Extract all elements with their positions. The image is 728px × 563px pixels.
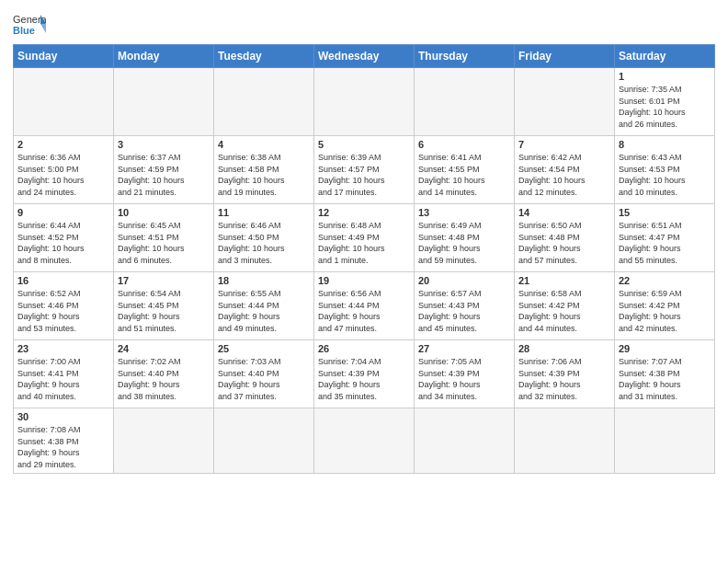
day-number: 24 xyxy=(118,343,210,354)
day-info: Sunrise: 6:54 AM Sunset: 4:45 PM Dayligh… xyxy=(118,288,210,334)
day-number: 11 xyxy=(218,207,310,218)
calendar-cell: 25Sunrise: 7:03 AM Sunset: 4:40 PM Dayli… xyxy=(214,340,314,408)
calendar-cell xyxy=(415,68,515,136)
week-row-3: 9Sunrise: 6:44 AM Sunset: 4:52 PM Daylig… xyxy=(14,204,715,272)
calendar-cell: 30Sunrise: 7:08 AM Sunset: 4:38 PM Dayli… xyxy=(14,408,114,474)
calendar-cell: 13Sunrise: 6:49 AM Sunset: 4:48 PM Dayli… xyxy=(415,204,515,272)
calendar-cell: 24Sunrise: 7:02 AM Sunset: 4:40 PM Dayli… xyxy=(114,340,214,408)
page-header: General Blue xyxy=(13,11,715,39)
calendar-cell xyxy=(114,408,214,474)
calendar-cell: 9Sunrise: 6:44 AM Sunset: 4:52 PM Daylig… xyxy=(14,204,114,272)
day-number: 18 xyxy=(218,275,310,286)
day-info: Sunrise: 6:36 AM Sunset: 5:00 PM Dayligh… xyxy=(17,152,109,198)
calendar-header-monday: Monday xyxy=(114,45,214,68)
calendar-cell: 2Sunrise: 6:36 AM Sunset: 5:00 PM Daylig… xyxy=(14,136,114,204)
day-number: 9 xyxy=(17,207,109,218)
day-info: Sunrise: 6:42 AM Sunset: 4:54 PM Dayligh… xyxy=(518,152,610,198)
calendar-cell: 14Sunrise: 6:50 AM Sunset: 4:48 PM Dayli… xyxy=(515,204,615,272)
day-info: Sunrise: 6:57 AM Sunset: 4:43 PM Dayligh… xyxy=(418,288,510,334)
day-number: 23 xyxy=(17,343,109,354)
calendar-cell: 5Sunrise: 6:39 AM Sunset: 4:57 PM Daylig… xyxy=(314,136,415,204)
calendar-cell: 1Sunrise: 7:35 AM Sunset: 6:01 PM Daylig… xyxy=(615,68,715,136)
day-number: 20 xyxy=(418,275,510,286)
calendar-header-wednesday: Wednesday xyxy=(314,45,415,68)
day-info: Sunrise: 6:58 AM Sunset: 4:42 PM Dayligh… xyxy=(518,288,610,334)
svg-text:Blue: Blue xyxy=(13,25,35,36)
day-info: Sunrise: 7:00 AM Sunset: 4:41 PM Dayligh… xyxy=(17,356,109,402)
day-info: Sunrise: 6:55 AM Sunset: 4:44 PM Dayligh… xyxy=(218,288,310,334)
day-number: 10 xyxy=(118,207,210,218)
day-number: 12 xyxy=(318,207,410,218)
day-info: Sunrise: 6:49 AM Sunset: 4:48 PM Dayligh… xyxy=(418,220,510,266)
calendar-cell xyxy=(515,68,615,136)
day-info: Sunrise: 7:07 AM Sunset: 4:38 PM Dayligh… xyxy=(619,356,711,402)
day-number: 19 xyxy=(318,275,410,286)
day-number: 22 xyxy=(619,275,711,286)
calendar-cell: 20Sunrise: 6:57 AM Sunset: 4:43 PM Dayli… xyxy=(415,272,515,340)
calendar-header-thursday: Thursday xyxy=(415,45,515,68)
day-info: Sunrise: 6:44 AM Sunset: 4:52 PM Dayligh… xyxy=(17,220,109,266)
calendar-table: SundayMondayTuesdayWednesdayThursdayFrid… xyxy=(13,44,715,474)
day-info: Sunrise: 7:08 AM Sunset: 4:38 PM Dayligh… xyxy=(17,424,109,470)
svg-marker-3 xyxy=(40,24,46,33)
calendar-cell xyxy=(314,408,415,474)
calendar-cell: 11Sunrise: 6:46 AM Sunset: 4:50 PM Dayli… xyxy=(214,204,314,272)
day-number: 21 xyxy=(518,275,610,286)
logo-icon: General Blue xyxy=(13,11,46,39)
day-info: Sunrise: 7:04 AM Sunset: 4:39 PM Dayligh… xyxy=(318,356,410,402)
day-number: 4 xyxy=(218,139,310,150)
calendar-cell xyxy=(615,408,715,474)
day-info: Sunrise: 7:06 AM Sunset: 4:39 PM Dayligh… xyxy=(518,356,610,402)
calendar-cell: 18Sunrise: 6:55 AM Sunset: 4:44 PM Dayli… xyxy=(214,272,314,340)
calendar-cell: 29Sunrise: 7:07 AM Sunset: 4:38 PM Dayli… xyxy=(615,340,715,408)
calendar-header-tuesday: Tuesday xyxy=(214,45,314,68)
calendar-cell xyxy=(314,68,415,136)
day-info: Sunrise: 6:50 AM Sunset: 4:48 PM Dayligh… xyxy=(518,220,610,266)
day-info: Sunrise: 6:59 AM Sunset: 4:42 PM Dayligh… xyxy=(619,288,711,334)
day-number: 7 xyxy=(518,139,610,150)
day-info: Sunrise: 7:35 AM Sunset: 6:01 PM Dayligh… xyxy=(619,84,711,130)
day-number: 5 xyxy=(318,139,410,150)
calendar-cell: 23Sunrise: 7:00 AM Sunset: 4:41 PM Dayli… xyxy=(14,340,114,408)
calendar-cell: 27Sunrise: 7:05 AM Sunset: 4:39 PM Dayli… xyxy=(415,340,515,408)
week-row-1: 1Sunrise: 7:35 AM Sunset: 6:01 PM Daylig… xyxy=(14,68,715,136)
day-info: Sunrise: 6:45 AM Sunset: 4:51 PM Dayligh… xyxy=(118,220,210,266)
day-number: 1 xyxy=(619,71,711,82)
day-info: Sunrise: 6:37 AM Sunset: 4:59 PM Dayligh… xyxy=(118,152,210,198)
day-number: 25 xyxy=(218,343,310,354)
calendar-cell xyxy=(515,408,615,474)
calendar-cell: 6Sunrise: 6:41 AM Sunset: 4:55 PM Daylig… xyxy=(415,136,515,204)
day-info: Sunrise: 6:46 AM Sunset: 4:50 PM Dayligh… xyxy=(218,220,310,266)
day-number: 26 xyxy=(318,343,410,354)
calendar-cell xyxy=(14,68,114,136)
day-number: 15 xyxy=(619,207,711,218)
calendar-cell: 12Sunrise: 6:48 AM Sunset: 4:49 PM Dayli… xyxy=(314,204,415,272)
day-number: 13 xyxy=(418,207,510,218)
calendar-cell: 17Sunrise: 6:54 AM Sunset: 4:45 PM Dayli… xyxy=(114,272,214,340)
calendar-cell: 8Sunrise: 6:43 AM Sunset: 4:53 PM Daylig… xyxy=(615,136,715,204)
week-row-5: 23Sunrise: 7:00 AM Sunset: 4:41 PM Dayli… xyxy=(14,340,715,408)
day-number: 2 xyxy=(17,139,109,150)
calendar-cell: 3Sunrise: 6:37 AM Sunset: 4:59 PM Daylig… xyxy=(114,136,214,204)
day-number: 16 xyxy=(17,275,109,286)
calendar-cell xyxy=(114,68,214,136)
day-info: Sunrise: 6:51 AM Sunset: 4:47 PM Dayligh… xyxy=(619,220,711,266)
calendar-cell xyxy=(214,408,314,474)
calendar-cell xyxy=(415,408,515,474)
week-row-2: 2Sunrise: 6:36 AM Sunset: 5:00 PM Daylig… xyxy=(14,136,715,204)
day-info: Sunrise: 7:05 AM Sunset: 4:39 PM Dayligh… xyxy=(418,356,510,402)
day-number: 27 xyxy=(418,343,510,354)
day-info: Sunrise: 6:41 AM Sunset: 4:55 PM Dayligh… xyxy=(418,152,510,198)
day-number: 30 xyxy=(17,411,109,422)
calendar-cell: 16Sunrise: 6:52 AM Sunset: 4:46 PM Dayli… xyxy=(14,272,114,340)
week-row-4: 16Sunrise: 6:52 AM Sunset: 4:46 PM Dayli… xyxy=(14,272,715,340)
day-number: 8 xyxy=(619,139,711,150)
calendar-page: General Blue SundayMondayTuesdayWednesda… xyxy=(0,0,728,563)
day-info: Sunrise: 6:38 AM Sunset: 4:58 PM Dayligh… xyxy=(218,152,310,198)
day-info: Sunrise: 7:02 AM Sunset: 4:40 PM Dayligh… xyxy=(118,356,210,402)
calendar-cell: 4Sunrise: 6:38 AM Sunset: 4:58 PM Daylig… xyxy=(214,136,314,204)
calendar-cell xyxy=(214,68,314,136)
day-info: Sunrise: 6:48 AM Sunset: 4:49 PM Dayligh… xyxy=(318,220,410,266)
calendar-cell: 22Sunrise: 6:59 AM Sunset: 4:42 PM Dayli… xyxy=(615,272,715,340)
day-info: Sunrise: 6:56 AM Sunset: 4:44 PM Dayligh… xyxy=(318,288,410,334)
